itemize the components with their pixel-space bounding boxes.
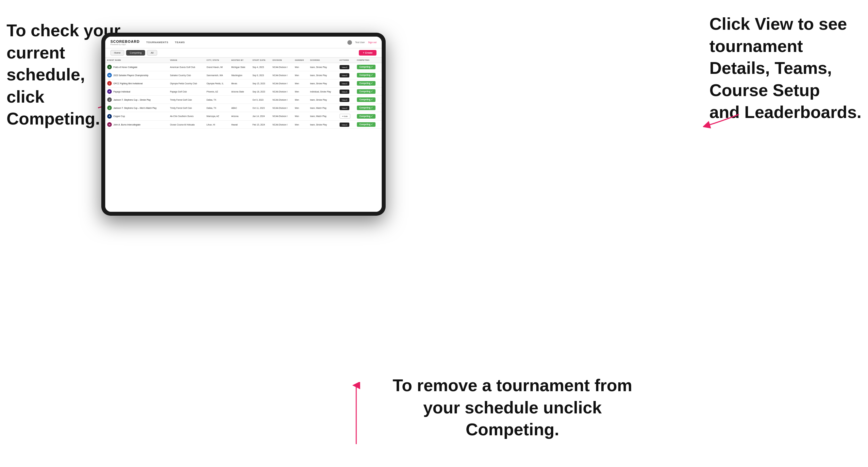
competing-button[interactable]: Competing ✓ — [357, 89, 376, 94]
venue-cell: Sahalee Country Club — [168, 71, 205, 80]
actions-cell: View ℹ — [338, 63, 355, 71]
scoring-cell: team, Stroke Play — [308, 63, 338, 71]
team-logo: A — [107, 114, 112, 119]
col-actions: ACTIONS — [338, 58, 355, 63]
team-logo: S — [107, 65, 112, 69]
competing-button[interactable]: Competing ✓ — [357, 73, 376, 77]
gender-cell: Men — [293, 104, 308, 112]
hosted-by-cell: Arizona — [229, 112, 251, 121]
venue-cell: Olympia Fields Country Club — [168, 80, 205, 88]
filter-bar: Home Competing All + Create — [105, 49, 382, 58]
event-name: Jackson T. Stephens Cup – Stroke Play — [114, 99, 151, 101]
city-state-cell: Dallas, TX — [205, 104, 229, 112]
tournaments-table: EVENT NAME VENUE CITY, STATE HOSTED BY S… — [105, 58, 382, 129]
hosted-by-cell: Washington — [229, 71, 251, 80]
competing-cell: Competing ✓ — [355, 71, 382, 80]
competing-button[interactable]: Competing ✓ — [357, 114, 376, 119]
hosted-by-cell: Michigan State — [229, 63, 251, 71]
user-name: Test User — [355, 41, 365, 43]
event-name-cell: I OFCC Fighting Illini Invitational — [105, 80, 168, 88]
col-start-date: START DATE — [251, 58, 271, 63]
view-button[interactable]: View ℹ — [340, 82, 350, 86]
division-cell: NCAA Division I — [271, 112, 293, 121]
city-state-cell: Maricopa, AZ — [205, 112, 229, 121]
team-logo: I — [107, 81, 112, 86]
city-state-cell: Olympia Fields, IL — [205, 80, 229, 88]
view-button[interactable]: View ℹ — [340, 106, 350, 110]
division-cell: NCAA Division I — [271, 96, 293, 104]
event-name: Folds of Honor Collegiate — [114, 66, 137, 68]
gender-cell: Men — [293, 71, 308, 80]
tablet-screen: SCOREBOARD Powered by clippi TOURNAMENTS… — [105, 37, 382, 212]
venue-cell: Ocean Course At Hokuala — [168, 121, 205, 129]
gender-cell: Men — [293, 121, 308, 129]
view-button[interactable]: View ℹ — [340, 90, 350, 94]
all-filter-btn[interactable]: All — [147, 50, 157, 56]
tournaments-table-container: EVENT NAME VENUE CITY, STATE HOSTED BY S… — [105, 58, 382, 212]
actions-cell: ✏ Edit — [338, 112, 355, 121]
venue-cell: Trinity Forest Golf Club — [168, 96, 205, 104]
event-name-cell: J Jackson T. Stephens Cup – Stroke Play — [105, 96, 168, 104]
gender-cell: Men — [293, 96, 308, 104]
col-gender: GENDER — [293, 58, 308, 63]
col-scoring: SCORING — [308, 58, 338, 63]
venue-cell: Papago Golf Club — [168, 88, 205, 96]
division-cell: NCAA Division I — [271, 80, 293, 88]
city-state-cell: Lihue, HI — [205, 121, 229, 129]
competing-button[interactable]: Competing ✓ — [357, 97, 376, 102]
table-row: W 2023 Sahalee Players Championship Saha… — [105, 71, 382, 80]
city-state-cell: Grand Haven, MI — [205, 63, 229, 71]
signout-link[interactable]: Sign out — [368, 41, 376, 43]
team-logo: J — [107, 97, 112, 102]
create-button[interactable]: + Create — [359, 50, 376, 56]
competing-cell: Competing ✓ — [355, 88, 382, 96]
competing-cell: Competing ✓ — [355, 121, 382, 129]
actions-cell: View ℹ — [338, 80, 355, 88]
home-filter-btn[interactable]: Home — [111, 50, 124, 56]
team-logo: P — [107, 89, 112, 94]
start-date-cell: Sep 18, 2023 — [251, 88, 271, 96]
city-state-cell: Phoenix, AZ — [205, 88, 229, 96]
scoreboard-title: SCOREBOARD — [111, 39, 140, 43]
competing-cell: Competing ✓ — [355, 63, 382, 71]
table-row: J Jackson T. Stephens Cup – Men's Match … — [105, 104, 382, 112]
competing-button[interactable]: Competing ✓ — [357, 81, 376, 86]
event-name: Jackson T. Stephens Cup – Men's Match Pl… — [114, 107, 157, 109]
scoring-cell: team, Stroke Play — [308, 121, 338, 129]
col-venue: VENUE — [168, 58, 205, 63]
nav-links: TOURNAMENTS TEAMS — [146, 41, 347, 44]
venue-cell: American Dunes Golf Club — [168, 63, 205, 71]
competing-button[interactable]: Competing ✓ — [357, 122, 376, 127]
view-button[interactable]: View ℹ — [340, 73, 350, 77]
nav-tournaments[interactable]: TOURNAMENTS — [146, 41, 168, 44]
view-button[interactable]: View ℹ — [340, 98, 350, 102]
city-state-cell: Sammamish, WA — [205, 71, 229, 80]
scoreboard-logo: SCOREBOARD Powered by clippi — [111, 39, 140, 45]
event-name-cell: J Jackson T. Stephens Cup – Men's Match … — [105, 104, 168, 112]
table-row: A Copper Cup Ak-Chin Southern DunesMaric… — [105, 112, 382, 121]
team-logo: J — [107, 105, 112, 110]
start-date-cell: Oct 9, 2023 — [251, 96, 271, 104]
division-cell: NCAA Division I — [271, 121, 293, 129]
table-row: H John A. Burns Intercollegiate Ocean Co… — [105, 121, 382, 129]
start-date-cell: Jan 14, 2024 — [251, 112, 271, 121]
tablet-device: SCOREBOARD Powered by clippi TOURNAMENTS… — [101, 33, 385, 216]
actions-cell: View ℹ — [338, 104, 355, 112]
nav-teams[interactable]: TEAMS — [175, 41, 185, 44]
edit-button[interactable]: ✏ Edit — [340, 114, 350, 119]
hosted-by-cell: Hawaii — [229, 121, 251, 129]
hosted-by-cell: ABAC — [229, 104, 251, 112]
annotation-top-right: Click View to see tournament Details, Te… — [710, 13, 862, 124]
table-header-row: EVENT NAME VENUE CITY, STATE HOSTED BY S… — [105, 58, 382, 63]
view-button[interactable]: View ℹ — [340, 123, 350, 127]
division-cell: NCAA Division I — [271, 88, 293, 96]
view-button[interactable]: View ℹ — [340, 65, 350, 69]
hosted-by-cell — [229, 96, 251, 104]
hosted-by-cell: Arizona State — [229, 88, 251, 96]
competing-filter-btn[interactable]: Competing — [126, 50, 145, 56]
table-row: S Folds of Honor Collegiate American Dun… — [105, 63, 382, 71]
team-logo: H — [107, 122, 112, 127]
competing-button[interactable]: Competing ✓ — [357, 65, 376, 69]
gender-cell: Men — [293, 63, 308, 71]
competing-button[interactable]: Competing ✓ — [357, 105, 376, 110]
